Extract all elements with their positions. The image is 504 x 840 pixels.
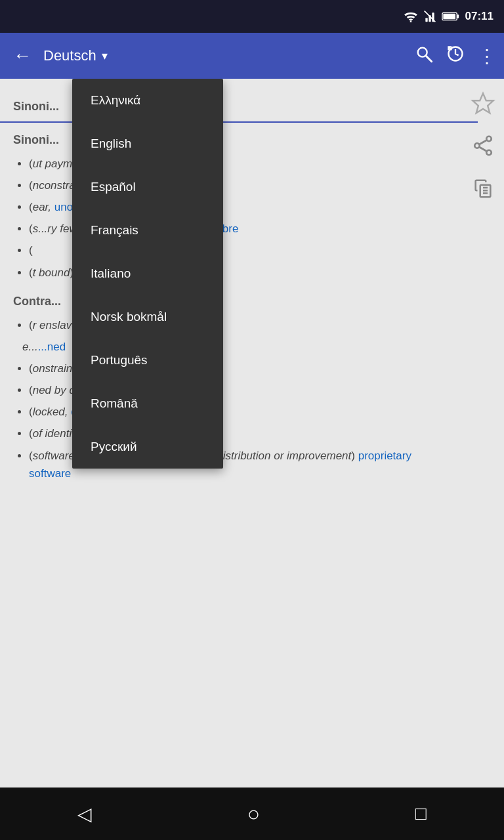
svg-rect-2 bbox=[425, 18, 427, 22]
svg-point-12 bbox=[486, 136, 492, 142]
language-item-russian[interactable]: Русский bbox=[72, 425, 223, 469]
nav-home-button[interactable]: ○ bbox=[240, 794, 268, 834]
language-item-greek[interactable]: Ελληνικά bbox=[72, 79, 223, 122]
app-bar-actions: ⋮ bbox=[415, 45, 496, 68]
language-item-norwegian[interactable]: Norsk bokmål bbox=[72, 295, 223, 339]
svg-marker-11 bbox=[472, 93, 494, 113]
copy-button[interactable] bbox=[469, 173, 497, 202]
status-icons: 07:11 bbox=[404, 10, 494, 23]
wifi-icon bbox=[404, 10, 418, 22]
language-selector[interactable]: Deutsch ▾ bbox=[43, 47, 408, 64]
svg-rect-6 bbox=[457, 14, 459, 18]
link-ned[interactable]: ...ned bbox=[38, 341, 66, 353]
svg-line-15 bbox=[480, 140, 487, 144]
side-icons bbox=[469, 89, 497, 202]
main-content: Sinoni... Sinoni... (ut payment) free of… bbox=[0, 79, 504, 788]
language-item-romanian[interactable]: Română bbox=[72, 382, 223, 425]
star-button[interactable] bbox=[469, 89, 497, 118]
nav-back-button[interactable]: ◁ bbox=[70, 795, 100, 833]
language-item-portuguese[interactable]: Português bbox=[72, 339, 223, 382]
svg-rect-7 bbox=[443, 14, 455, 19]
share-button[interactable] bbox=[469, 131, 497, 160]
language-item-english[interactable]: English bbox=[72, 122, 223, 165]
app-bar: ← Deutsch ▾ ⋮ bbox=[0, 33, 504, 79]
selected-language: Deutsch bbox=[43, 47, 96, 64]
history-button[interactable] bbox=[446, 45, 465, 68]
svg-point-14 bbox=[486, 150, 492, 156]
language-item-italian[interactable]: Italiano bbox=[72, 252, 223, 295]
status-bar: 07:11 bbox=[0, 0, 504, 33]
svg-point-0 bbox=[410, 21, 411, 22]
svg-line-9 bbox=[427, 56, 432, 61]
language-item-spanish[interactable]: Español bbox=[72, 165, 223, 209]
dropdown-arrow-icon: ▾ bbox=[102, 49, 108, 63]
nav-recents-button[interactable]: □ bbox=[408, 795, 434, 832]
back-button[interactable]: ← bbox=[8, 40, 37, 72]
search-button[interactable] bbox=[415, 45, 433, 68]
svg-line-16 bbox=[480, 147, 487, 151]
battery-icon bbox=[442, 11, 460, 22]
signal-blocked-icon bbox=[423, 10, 436, 23]
svg-point-13 bbox=[474, 143, 480, 148]
bottom-nav: ◁ ○ □ bbox=[0, 788, 504, 840]
language-dropdown-menu: Ελληνικά English Español Français Italia… bbox=[72, 79, 223, 469]
more-options-button[interactable]: ⋮ bbox=[478, 45, 496, 67]
status-time: 07:11 bbox=[465, 10, 494, 23]
language-item-french[interactable]: Français bbox=[72, 209, 223, 252]
